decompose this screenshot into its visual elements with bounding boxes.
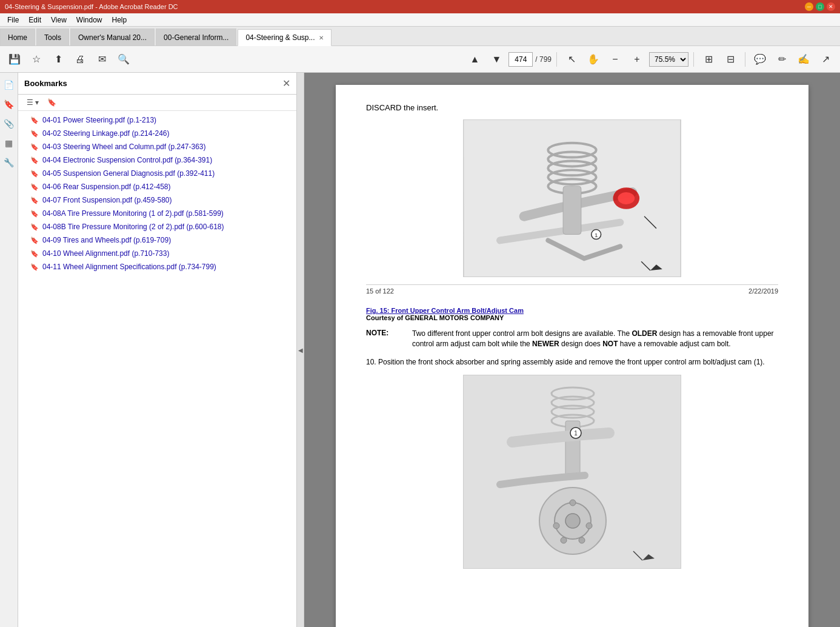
- bookmark-item[interactable]: 🔖04-08A Tire Pressure Monitoring (1 of 2…: [18, 207, 296, 220]
- window-title: 04-Steering & Suspension.pdf - Adobe Acr…: [5, 3, 805, 10]
- bookmark-item[interactable]: 🔖04-06 Rear Suspension.pdf (p.412-458): [18, 180, 296, 193]
- page-date: 2/22/2019: [748, 287, 778, 295]
- close-button[interactable]: ✕: [827, 2, 835, 11]
- fit-width-button[interactable]: ⊟: [721, 50, 740, 69]
- tab-general-label: 00-General Inform...: [164, 33, 228, 42]
- bookmark-icon: 🔖: [30, 170, 39, 178]
- figure1-caption-link[interactable]: Fig. 15: Front Upper Control Arm Bolt/Ad…: [366, 307, 524, 314]
- bookmark-item[interactable]: 🔖04-03 Steering Wheel and Column.pdf (p.…: [18, 140, 296, 153]
- note-label: NOTE:: [366, 329, 402, 349]
- step10-text: 10. Position the front shock absorber an…: [366, 357, 778, 367]
- svg-rect-6: [563, 186, 581, 234]
- bookmark-icon: 🔖: [30, 116, 39, 124]
- menu-bar: File Edit View Window Help: [0, 13, 840, 27]
- menu-file[interactable]: File: [2, 15, 24, 25]
- bookmark-label: 04-08B Tire Pressure Monitoring (2 of 2)…: [42, 223, 224, 231]
- separator3: [745, 52, 745, 67]
- bookmark-label: 04-07 Front Suspension.pdf (p.459-580): [42, 196, 172, 204]
- pages-panel-icon[interactable]: 📄: [2, 78, 16, 92]
- bookmark-icon: 🔖: [30, 130, 39, 138]
- pdf-area[interactable]: DISCARD the insert.: [304, 73, 840, 627]
- page-total: / 799: [535, 55, 552, 64]
- bookmarks-expand-button[interactable]: 🔖: [45, 97, 59, 108]
- bookmark-item[interactable]: 🔖04-10 Wheel Alignment.pdf (p.710-733): [18, 247, 296, 260]
- svg-point-27: [579, 537, 585, 543]
- attachments-panel-icon[interactable]: 📎: [2, 116, 16, 131]
- bookmarks-title: Bookmarks: [24, 79, 278, 88]
- layers-panel-icon[interactable]: ▦: [2, 136, 16, 150]
- page-navigation: ▲ ▼ 474 / 799: [465, 50, 552, 69]
- bookmark-item[interactable]: 🔖04-02 Steering Linkage.pdf (p.214-246): [18, 127, 296, 140]
- bookmark-label: 04-09 Tires and Wheels.pdf (p.619-709): [42, 236, 171, 244]
- toolbar: 💾 ☆ ⬆ 🖨 ✉ 🔍 ▲ ▼ 474 / 799 ↖ ✋ − + 50% 75…: [0, 46, 840, 73]
- share-button-toolbar[interactable]: ↗: [816, 50, 835, 69]
- draw-button[interactable]: ✍: [794, 50, 813, 69]
- pdf-page: DISCARD the insert.: [336, 85, 808, 627]
- panel-collapse-handle[interactable]: ◀: [297, 73, 304, 627]
- bookmark-item[interactable]: 🔖04-07 Front Suspension.pdf (p.459-580): [18, 193, 296, 207]
- figure2-container: 1: [366, 375, 778, 569]
- menu-window[interactable]: Window: [72, 15, 107, 25]
- bookmark-icon: 🔖: [30, 143, 39, 151]
- hand-tool[interactable]: ✋: [584, 50, 603, 69]
- maximize-button[interactable]: □: [816, 2, 824, 11]
- bookmark-item[interactable]: 🔖04-04 Electronic Suspension Control.pdf…: [18, 153, 296, 167]
- bookmark-icon: 🔖: [30, 250, 39, 258]
- search-button[interactable]: 🔍: [114, 50, 133, 69]
- bookmark-item[interactable]: 🔖04-11 Wheel Alignment Specifications.pd…: [18, 260, 296, 273]
- note-block: NOTE: Two different front upper control …: [366, 329, 778, 349]
- comment-button[interactable]: 💬: [750, 50, 770, 69]
- save-button[interactable]: 💾: [5, 50, 24, 69]
- highlight-button[interactable]: ✏: [772, 50, 792, 69]
- bookmark-icon: 🔖: [30, 263, 39, 271]
- email-button[interactable]: ✉: [92, 50, 112, 69]
- separator: [556, 52, 557, 67]
- zoom-select[interactable]: 50% 75% 75.5% 100% 125% 150% 200%: [649, 52, 688, 67]
- bookmark-label: 04-01 Power Steering.pdf (p.1-213): [42, 116, 156, 124]
- menu-view[interactable]: View: [46, 15, 72, 25]
- svg-point-8: [618, 192, 635, 204]
- left-sidebar-icons: 📄 🔖 📎 ▦ 🔧: [0, 73, 18, 627]
- tab-steering[interactable]: 04-Steering & Susp... ✕: [238, 29, 331, 46]
- bookmark-icon: 🔖: [30, 236, 39, 244]
- figure1-image: 1: [463, 119, 681, 277]
- bookmarks-panel-icon[interactable]: 🔖: [2, 97, 16, 112]
- bookmark-item[interactable]: 🔖04-01 Power Steering.pdf (p.1-213): [18, 113, 296, 127]
- tab-owners-manual[interactable]: Owner's Manual 20...: [70, 29, 155, 45]
- bookmark-icon: 🔖: [30, 223, 39, 231]
- bookmarks-toolbar: ☰ ▾ 🔖: [18, 95, 296, 111]
- discard-text: DISCARD the insert.: [366, 103, 778, 112]
- menu-help[interactable]: Help: [107, 15, 132, 25]
- bookmarks-close-button[interactable]: ✕: [282, 78, 290, 89]
- menu-edit[interactable]: Edit: [24, 15, 46, 25]
- prev-page-button[interactable]: ▲: [465, 50, 484, 69]
- star-button[interactable]: ☆: [27, 50, 46, 69]
- minimize-button[interactable]: ─: [805, 2, 813, 11]
- page-indicator: 15 of 122: [366, 287, 394, 295]
- tab-close-icon[interactable]: ✕: [319, 35, 324, 41]
- svg-point-26: [586, 523, 592, 529]
- zoom-out-button[interactable]: −: [605, 50, 625, 69]
- bookmark-item[interactable]: 🔖04-05 Suspension General Diagnosis.pdf …: [18, 167, 296, 180]
- bookmark-label: 04-03 Steering Wheel and Column.pdf (p.2…: [42, 142, 206, 151]
- note-text: Two different front upper control arm bo…: [412, 329, 778, 349]
- bookmark-label: 04-08A Tire Pressure Monitoring (1 of 2)…: [42, 209, 224, 218]
- bookmarks-list: 🔖04-01 Power Steering.pdf (p.1-213)🔖04-0…: [18, 111, 296, 627]
- tab-home[interactable]: Home: [0, 29, 35, 45]
- bookmark-item[interactable]: 🔖04-09 Tires and Wheels.pdf (p.619-709): [18, 233, 296, 247]
- page-number-input[interactable]: 474: [508, 52, 533, 67]
- fit-page-button[interactable]: ⊞: [699, 50, 718, 69]
- tab-general-info[interactable]: 00-General Inform...: [156, 29, 236, 45]
- tab-tools-label: Tools: [44, 33, 61, 42]
- figure2-image: 1: [463, 375, 681, 569]
- bookmark-item[interactable]: 🔖04-08B Tire Pressure Monitoring (2 of 2…: [18, 220, 296, 233]
- tab-tools[interactable]: Tools: [36, 29, 69, 45]
- figure1-courtesy: Courtesy of GENERAL MOTORS COMPANY: [366, 314, 778, 321]
- next-page-button[interactable]: ▼: [487, 50, 506, 69]
- zoom-in-button[interactable]: +: [627, 50, 647, 69]
- tools-panel-icon[interactable]: 🔧: [2, 155, 16, 170]
- bookmarks-options-button[interactable]: ☰ ▾: [24, 97, 41, 108]
- cursor-tool[interactable]: ↖: [562, 50, 581, 69]
- print-button[interactable]: 🖨: [70, 50, 90, 69]
- upload-button[interactable]: ⬆: [48, 50, 68, 69]
